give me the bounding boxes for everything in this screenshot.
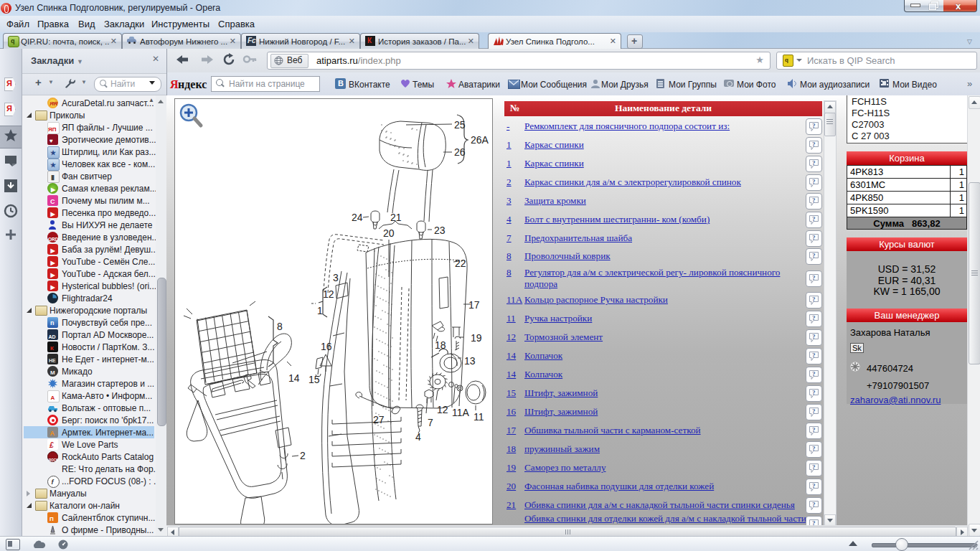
- svg-text:22: 22: [455, 258, 466, 269]
- svg-text:11: 11: [473, 411, 484, 423]
- svg-text:?: ?: [812, 141, 816, 148]
- svg-text:19: 19: [471, 332, 482, 344]
- svg-text:12: 12: [437, 404, 448, 415]
- svg-text:?: ?: [812, 314, 816, 321]
- svg-text:20: 20: [383, 227, 395, 239]
- svg-text:?: ?: [812, 215, 816, 222]
- svg-text:26A: 26A: [471, 134, 489, 146]
- svg-text:?: ?: [812, 178, 816, 185]
- svg-text:24: 24: [352, 212, 363, 223]
- svg-text:?: ?: [812, 482, 816, 489]
- svg-text:25: 25: [454, 119, 466, 131]
- svg-text:26: 26: [454, 146, 466, 158]
- svg-text:?: ?: [812, 197, 816, 204]
- svg-text:11А: 11А: [452, 407, 470, 418]
- svg-text:?: ?: [812, 333, 816, 340]
- svg-text:23: 23: [434, 225, 446, 236]
- svg-text:?: ?: [812, 501, 816, 508]
- svg-text:?: ?: [812, 445, 816, 452]
- svg-text:18: 18: [435, 339, 446, 351]
- svg-text:?: ?: [812, 389, 816, 396]
- svg-text:14: 14: [288, 372, 300, 384]
- svg-text:?: ?: [812, 234, 816, 241]
- svg-text:21: 21: [390, 212, 402, 223]
- svg-text:13: 13: [464, 355, 476, 367]
- svg-text:16: 16: [321, 341, 332, 352]
- svg-text:27: 27: [373, 414, 385, 425]
- svg-text:?: ?: [812, 408, 816, 415]
- svg-text:?: ?: [812, 463, 816, 471]
- svg-text:?: ?: [812, 274, 816, 281]
- svg-text:?: ?: [812, 426, 816, 433]
- svg-text:?: ?: [812, 296, 816, 303]
- svg-text:7: 7: [428, 417, 433, 428]
- svg-text:15: 15: [308, 374, 320, 385]
- svg-text:12: 12: [323, 288, 334, 300]
- svg-text:8: 8: [277, 321, 283, 332]
- svg-text:?: ?: [812, 252, 816, 259]
- svg-text:?: ?: [812, 352, 816, 359]
- svg-text:17: 17: [468, 299, 480, 311]
- svg-text:3: 3: [333, 272, 339, 283]
- svg-text:?: ?: [812, 159, 816, 166]
- svg-text:2: 2: [300, 450, 306, 461]
- svg-text:4: 4: [415, 431, 421, 443]
- svg-text:?: ?: [812, 370, 816, 377]
- svg-text:1: 1: [317, 305, 323, 316]
- svg-text:?: ?: [812, 122, 816, 129]
